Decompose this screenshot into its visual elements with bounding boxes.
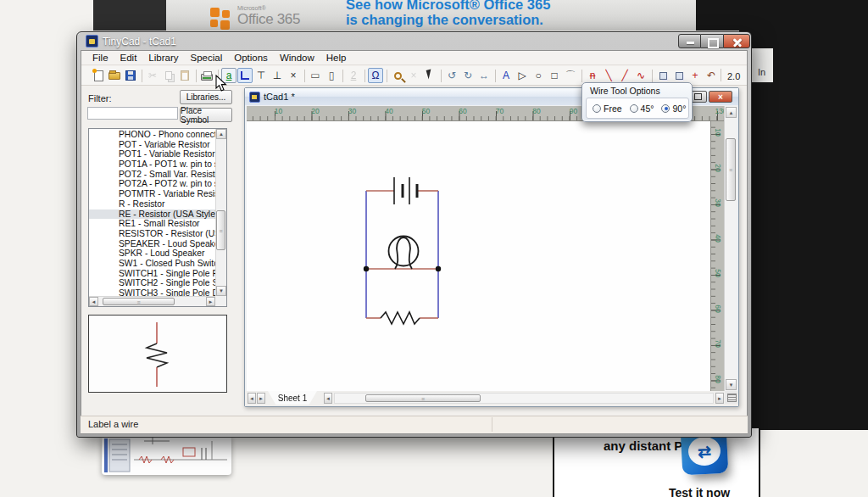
ellipse-tool-icon[interactable]: ○ bbox=[531, 68, 546, 83]
no-connect-icon[interactable]: n bbox=[585, 68, 600, 83]
list-item[interactable]: POT2A - POT2 w. pin to side bbox=[89, 179, 215, 189]
list-item[interactable]: POT - Variable Resistor bbox=[89, 140, 215, 150]
list-item[interactable]: SPKR - Loud Speaker bbox=[89, 248, 215, 259]
sheet-next-button[interactable]: ► bbox=[257, 393, 265, 404]
list-item[interactable]: RESISTOR - Resistor (USA S bbox=[89, 229, 215, 239]
ground-tool-icon[interactable]: ⊥ bbox=[270, 68, 285, 83]
lamp-symbol[interactable] bbox=[389, 237, 419, 270]
document-close-button[interactable] bbox=[709, 91, 732, 103]
list-item[interactable]: SWITCH2 - Single Pole Switc bbox=[89, 278, 215, 288]
sheet-prev-button[interactable]: ◄ bbox=[248, 393, 256, 404]
list-item[interactable]: RE - Resistor (USA Style) bbox=[89, 209, 215, 220]
menu-special[interactable]: Special bbox=[185, 52, 229, 64]
copy-icon[interactable] bbox=[161, 68, 176, 83]
list-item[interactable]: R - Resistor bbox=[89, 199, 215, 209]
open-file-icon[interactable] bbox=[107, 68, 122, 83]
place-symbol-button[interactable]: Place Symbol bbox=[180, 108, 232, 122]
horizontal-ruler-icon[interactable]: ▭ bbox=[308, 68, 323, 83]
window-title[interactable]: TinyCad - tCad1 bbox=[103, 36, 176, 47]
arc-tool-icon[interactable]: ⌒ bbox=[563, 68, 578, 83]
list-item[interactable]: POT2 - Small Var. Resistor bbox=[89, 170, 215, 180]
menu-window[interactable]: Window bbox=[274, 52, 320, 64]
canvas-vertical-scrollbar[interactable]: ▲ ≡ ▼ bbox=[724, 106, 737, 391]
canvas-horizontal-scrollbar[interactable]: ≡ bbox=[334, 393, 714, 404]
zoom-off-icon[interactable]: × bbox=[406, 68, 421, 83]
list-item[interactable]: SWITCH1 - Single Pole Push bbox=[89, 269, 215, 279]
scroll-left-arrow[interactable]: ◄ bbox=[89, 297, 98, 306]
wire-mode-45deg[interactable]: 45° bbox=[630, 103, 654, 114]
zigzag-wire-icon[interactable]: ∿ bbox=[633, 68, 648, 83]
schematic-canvas[interactable] bbox=[247, 121, 710, 391]
maximize-button[interactable] bbox=[701, 34, 723, 48]
list-item[interactable]: SPEAKER - Loud Speaker bbox=[89, 239, 215, 249]
list-item[interactable]: RE1 - Small Resistor bbox=[89, 219, 215, 229]
new-file-icon[interactable] bbox=[91, 68, 106, 83]
wire-mode-90deg[interactable]: 90° bbox=[661, 103, 686, 114]
save-icon[interactable] bbox=[123, 68, 138, 83]
scroll-left-arrow[interactable]: ◄ bbox=[324, 393, 332, 404]
menu-options[interactable]: Options bbox=[228, 52, 274, 64]
new-glyph bbox=[94, 70, 103, 81]
list-item[interactable]: POT1A - POT1 w. pin to side bbox=[89, 159, 215, 170]
sheet-tab[interactable]: Sheet 1 bbox=[268, 391, 317, 405]
delete-tool-icon[interactable]: × bbox=[286, 68, 301, 83]
circuit-wires[interactable] bbox=[366, 191, 438, 318]
scroll-up-arrow[interactable]: ▲ bbox=[216, 129, 226, 139]
list-horizontal-scrollbar[interactable]: ◄ ≡ ► bbox=[89, 296, 215, 306]
diagonal-line-ne-icon[interactable]: ╱ bbox=[617, 68, 632, 83]
close-button[interactable] bbox=[723, 34, 750, 48]
scroll-right-arrow[interactable]: ► bbox=[206, 297, 215, 306]
diagonal-line-nw-icon[interactable]: ╲ bbox=[601, 68, 616, 83]
cut-icon[interactable]: ✂ bbox=[145, 68, 160, 83]
vertical-ruler-icon[interactable]: ▯ bbox=[324, 68, 339, 83]
menu-edit[interactable]: Edit bbox=[114, 52, 143, 64]
radio-button[interactable] bbox=[593, 104, 601, 113]
rotate-block-icon[interactable]: ↶ bbox=[704, 68, 719, 83]
filter-input[interactable] bbox=[87, 107, 178, 120]
bus-tool-icon[interactable]: ⊤ bbox=[253, 68, 269, 83]
scroll-thumb[interactable]: ≡ bbox=[365, 394, 481, 402]
scroll-thumb[interactable]: ≡ bbox=[726, 138, 736, 201]
radio-button[interactable] bbox=[661, 104, 670, 113]
menu-help[interactable]: Help bbox=[320, 52, 353, 64]
omega-symbol-icon[interactable]: Ω bbox=[368, 68, 383, 83]
wire-tool-options-title[interactable]: Wire Tool Options bbox=[590, 86, 660, 96]
paste-icon[interactable] bbox=[177, 68, 192, 83]
teamviewer-ad[interactable]: any distant PC ⇄ Test it now bbox=[553, 428, 760, 497]
scroll-thumb[interactable]: ≡ bbox=[103, 298, 175, 305]
zoom-tool-icon[interactable] bbox=[390, 68, 405, 83]
rectangle-tool-icon[interactable]: □ bbox=[547, 68, 562, 83]
view-corner-button[interactable] bbox=[725, 391, 737, 404]
print-icon[interactable] bbox=[199, 68, 214, 83]
menu-library[interactable]: Library bbox=[142, 52, 184, 64]
list-item[interactable]: SW1 - Closed Push Switch bbox=[89, 259, 215, 269]
scroll-down-arrow[interactable]: ▼ bbox=[216, 286, 226, 296]
wire-mode-free[interactable]: Free bbox=[593, 103, 622, 114]
scroll-up-arrow[interactable]: ▲ bbox=[726, 107, 737, 118]
list-item[interactable]: SWITCH3 - Single Pole Dual bbox=[89, 288, 215, 296]
menu-file[interactable]: File bbox=[86, 52, 114, 64]
list-vertical-scrollbar[interactable]: ▲ ≡ ▼ bbox=[215, 129, 226, 296]
wire-tool-icon[interactable] bbox=[237, 68, 253, 83]
polygon-tool-icon[interactable]: ▷ bbox=[515, 68, 530, 83]
scroll-thumb[interactable]: ≡ bbox=[216, 210, 225, 250]
text-tool-icon[interactable]: A bbox=[498, 68, 514, 83]
battery-symbol[interactable] bbox=[394, 177, 417, 204]
flip-horizontal-icon[interactable]: ↔ bbox=[476, 68, 492, 83]
select-cursor-icon[interactable] bbox=[422, 68, 437, 83]
rotate-left-icon[interactable]: ↺ bbox=[444, 68, 459, 83]
scroll-down-arrow[interactable]: ▼ bbox=[726, 379, 737, 390]
rotate-right-icon[interactable]: ↻ bbox=[460, 68, 476, 83]
radio-button[interactable] bbox=[630, 104, 638, 113]
subscript-2-icon[interactable]: 2 bbox=[346, 68, 361, 83]
scroll-right-arrow[interactable]: ► bbox=[715, 393, 724, 404]
list-item[interactable]: PHONO - Phono connector bbox=[89, 130, 215, 140]
resistor-symbol[interactable] bbox=[381, 312, 420, 324]
minimize-button[interactable] bbox=[678, 34, 701, 48]
add-part-icon[interactable]: + bbox=[687, 68, 703, 83]
list-item[interactable]: POTMTR - Variable Resistor bbox=[89, 189, 215, 199]
ad-cta-link[interactable]: Test it now bbox=[669, 486, 730, 497]
list-item[interactable]: POT1 - Variable Resistor (US bbox=[89, 149, 215, 159]
paste-block-icon[interactable] bbox=[671, 68, 687, 83]
copy-block-icon[interactable] bbox=[655, 68, 670, 83]
